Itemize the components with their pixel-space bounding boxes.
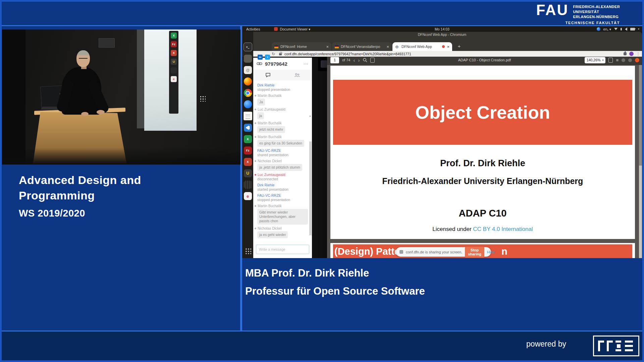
presence-dot xyxy=(255,95,256,97)
browser-tab[interactable]: DFNconf Veranstalterpo× xyxy=(332,42,392,51)
scroll-up-icon[interactable]: ▲ xyxy=(309,115,311,117)
browser-title-bar[interactable]: DFNconf Web App - Chromium xyxy=(242,32,642,37)
chat-author: Dirk Riehle xyxy=(257,183,308,187)
lecturer-hand xyxy=(81,112,89,116)
link-icon[interactable] xyxy=(257,62,262,65)
people-icon xyxy=(294,73,300,77)
chat-author: FAU-VC-RRZE xyxy=(257,148,308,153)
profile-avatar[interactable] xyxy=(629,52,634,56)
next-page-button[interactable]: › xyxy=(358,58,360,63)
frame-border-right xyxy=(642,0,644,362)
chat-status: started presentation xyxy=(257,187,308,192)
dock-icon-document[interactable] xyxy=(244,112,252,120)
maximize-button[interactable] xyxy=(628,58,632,62)
linkedin-pinned-tab[interactable]: in xyxy=(258,55,263,60)
video-wall xyxy=(2,29,25,165)
address-bar[interactable]: conf.dfn.de/webapp/conference/97979642?n… xyxy=(284,52,472,56)
frame-border-bottom xyxy=(0,360,644,362)
chat-message: Luc Zumtaugwaldja xyxy=(257,107,308,119)
hide-button[interactable]: Hide xyxy=(487,250,495,254)
rrze-logo xyxy=(593,336,639,356)
video-floor-shadow xyxy=(2,148,240,165)
dock-icon-uapp[interactable]: U xyxy=(244,169,252,177)
globe-favicon: ⊕ xyxy=(395,45,399,49)
reload-button[interactable]: ↻ xyxy=(272,52,275,56)
show-applications-icon[interactable] xyxy=(245,247,251,254)
page-number-input[interactable]: 1 xyxy=(330,57,339,63)
chat-message: Dirk Riehlestopped presentation xyxy=(257,83,308,92)
extensions-icon[interactable] xyxy=(624,52,627,55)
pdf-scrollbar[interactable] xyxy=(639,65,642,258)
system-tray[interactable]: en₁ ▾ ▾ xyxy=(597,27,639,31)
chat-message-list: Dirk Riehlestopped presentationMartin Bu… xyxy=(253,80,312,243)
fau-line3: ERLANGEN-NÜRNBERG xyxy=(573,14,620,19)
close-button[interactable] xyxy=(635,58,639,62)
lecture-video: X Fz X U e xyxy=(2,29,240,165)
search-icon[interactable] xyxy=(363,58,367,62)
course-title-line2: Programming xyxy=(19,188,141,203)
sidebar-toggle-icon[interactable] xyxy=(370,58,375,63)
browser-nav-bar: ← → ↻ conf.dfn.de/webapp/conference/9797… xyxy=(242,51,642,57)
projected-dock-icon-evolution: e xyxy=(171,76,177,82)
page-view-icon[interactable] xyxy=(608,58,613,63)
screen-share: Activities Document Viewer ▾ Mo 14:03 en… xyxy=(242,26,642,258)
dock-icon-terminal[interactable]: >_ xyxy=(244,43,252,51)
minimize-button[interactable] xyxy=(622,58,625,62)
dock-icon-cutter[interactable]: X xyxy=(244,135,252,143)
course-term: WS 2019/2020 xyxy=(19,208,141,219)
projected-show-apps-icon xyxy=(199,95,206,102)
frame-border-left xyxy=(0,0,2,362)
dock-icon-filezilla[interactable]: Fz xyxy=(244,146,252,155)
dock-icon-browser[interactable] xyxy=(244,100,252,108)
tab-participants[interactable] xyxy=(283,70,312,80)
chat-author: Nicholas Dickel xyxy=(257,226,308,231)
fau-line2: UNIVERSITÄT xyxy=(573,9,620,14)
stop-sharing-button[interactable]: Stop sharing xyxy=(465,247,484,257)
dock-icon-xournal[interactable]: X xyxy=(244,158,252,166)
keyboard-layout[interactable]: en₁ ▾ xyxy=(603,27,611,31)
dock-icon-evolution[interactable]: e xyxy=(244,192,252,200)
pdf-scrollbar-thumb[interactable] xyxy=(639,65,642,166)
tab-chat[interactable] xyxy=(253,70,283,80)
chat-input-wrap xyxy=(256,245,309,254)
zoom-dropdown[interactable]: 140,26% ▾ xyxy=(585,57,605,63)
tab-close-icon[interactable]: × xyxy=(386,45,389,49)
chat-scrollbar[interactable] xyxy=(309,141,312,235)
slide-license: Licensed under CC BY 4.0 International xyxy=(330,226,635,233)
dock-icon-media[interactable] xyxy=(244,181,252,189)
dock-icon-firefox[interactable] xyxy=(244,77,252,85)
chat-author: Luc Zumtaugwald xyxy=(257,107,308,112)
dock-icon-chrome[interactable] xyxy=(244,89,252,97)
presence-dot xyxy=(255,174,256,176)
pdf-menu-icon[interactable]: ≡ xyxy=(616,58,619,63)
browser-tab-strip: in t DFNconf: Home×DFNconf Veranstalterp… xyxy=(242,37,642,51)
fau-wordmark: FAU xyxy=(536,3,569,17)
tab-close-icon[interactable]: × xyxy=(326,45,329,49)
presence-dot xyxy=(255,122,256,124)
gnome-top-bar: Activities Document Viewer ▾ Mo 14:03 en… xyxy=(242,26,642,32)
license-link[interactable]: CC BY 4.0 International xyxy=(473,226,533,232)
twitter-pinned-tab[interactable]: t xyxy=(265,55,270,60)
screen-sharing-bar: conf.dfn.de is sharing your screen. Stop… xyxy=(396,247,491,257)
dock-icon-files[interactable] xyxy=(244,55,252,63)
tab-close-icon[interactable]: × xyxy=(447,45,449,49)
wall-panel xyxy=(99,38,115,48)
projected-dock-icon-filezilla: Fz xyxy=(171,41,177,47)
dock-icon-vscode[interactable] xyxy=(244,124,252,132)
chat-message-input[interactable] xyxy=(256,247,309,251)
https-lock-icon[interactable] xyxy=(279,53,282,55)
chat-bubble: jetzt nicht mehr xyxy=(257,126,285,133)
dock-icon-mail[interactable]: @ xyxy=(244,66,252,74)
chat-bubble: ja ,jetzt ist plötzlich stumm xyxy=(257,164,302,171)
chat-author: Nicholas Dickel xyxy=(257,159,308,163)
browser-tab[interactable]: ⊕DFNconf Web App× xyxy=(392,42,452,51)
previous-page-button[interactable]: ‹ xyxy=(353,58,355,63)
presence-dot xyxy=(255,205,256,207)
new-tab-button[interactable]: + xyxy=(455,43,463,50)
lecturer-head xyxy=(76,50,90,67)
chat-menu-icon[interactable]: ••• xyxy=(304,62,309,65)
browser-menu-icon[interactable]: ⋮ xyxy=(636,52,640,56)
activities-button[interactable]: Activities xyxy=(246,27,260,31)
app-menu[interactable]: Document Viewer ▾ xyxy=(280,27,310,31)
browser-tab[interactable]: DFNconf: Home× xyxy=(272,42,331,51)
